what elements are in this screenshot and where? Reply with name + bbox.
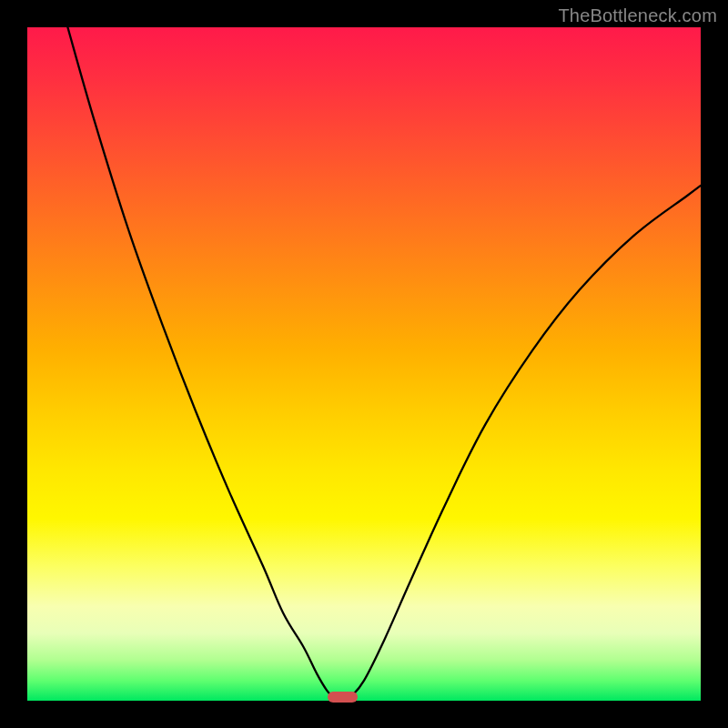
curve-layer <box>27 27 701 701</box>
bottleneck-marker <box>328 692 358 703</box>
watermark-text: TheBottleneck.com <box>558 5 717 26</box>
plot-area <box>27 27 701 701</box>
curve-left <box>67 27 333 697</box>
curve-right <box>350 186 701 697</box>
